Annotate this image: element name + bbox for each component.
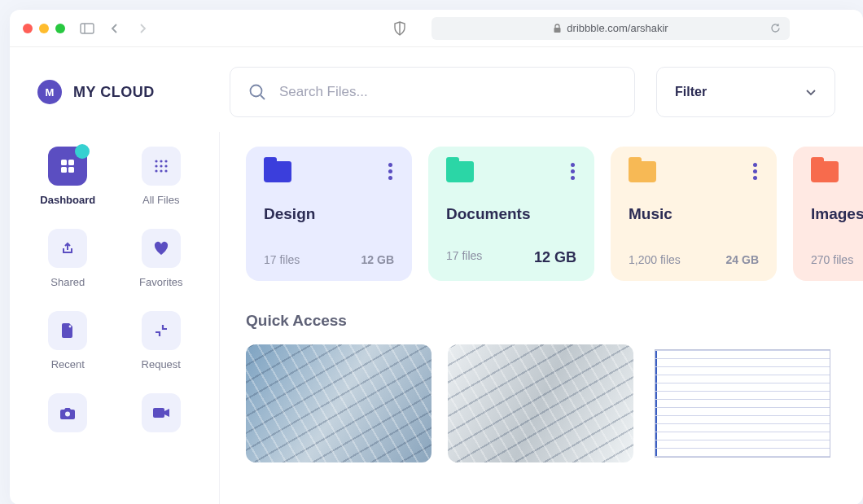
- sidebar-item-all-files[interactable]: All Files: [123, 147, 200, 206]
- sidebar-item-label: Recent: [51, 358, 85, 370]
- svg-point-20: [69, 326, 72, 328]
- svg-rect-22: [153, 408, 164, 418]
- folder-icon: [264, 161, 291, 182]
- sidebar-item-shared[interactable]: Shared: [29, 229, 107, 288]
- svg-point-4: [251, 85, 262, 97]
- folder-more-button[interactable]: [751, 161, 759, 182]
- folder-card-images[interactable]: Images 270 files: [793, 147, 863, 281]
- svg-rect-8: [61, 167, 67, 173]
- sidebar-item-label: Request: [142, 358, 181, 370]
- quick-access-title: Quick Access: [246, 312, 863, 330]
- chrome-toolbar: [80, 21, 150, 36]
- svg-point-16: [155, 169, 157, 172]
- svg-point-21: [65, 411, 70, 416]
- sidebar-toggle-icon[interactable]: [80, 21, 94, 36]
- svg-point-10: [155, 160, 157, 162]
- folder-size: 24 GB: [726, 253, 759, 266]
- back-button[interactable]: [107, 21, 122, 36]
- folder-name: Design: [264, 205, 394, 223]
- logo[interactable]: M MY CLOUD: [37, 80, 208, 104]
- sidebar-item-video[interactable]: [123, 393, 200, 432]
- url-text: dribbble.com/arshakir: [567, 22, 668, 34]
- quick-access-card[interactable]: [246, 344, 432, 462]
- svg-rect-0: [81, 24, 94, 33]
- dashboard-icon: [48, 147, 87, 186]
- quick-access-row: [246, 344, 863, 462]
- forward-button[interactable]: [135, 21, 150, 36]
- body: DashboardAll FilesSharedFavoritesRecentR…: [10, 132, 863, 504]
- search-box[interactable]: [230, 67, 635, 117]
- folder-more-button[interactable]: [569, 161, 576, 182]
- refresh-button[interactable]: [769, 22, 790, 34]
- search-input[interactable]: [279, 84, 616, 100]
- sidebar-item-dashboard[interactable]: Dashboard: [29, 147, 107, 206]
- video-icon: [142, 393, 181, 432]
- svg-rect-7: [68, 160, 74, 165]
- svg-point-11: [160, 160, 162, 162]
- folder-card-documents[interactable]: Documents 17 files 12 GB: [428, 147, 594, 281]
- folder-name: Music: [629, 205, 759, 223]
- folders-row: Design 17 files 12 GB Documents 17 files…: [246, 147, 863, 281]
- privacy-shield-icon[interactable]: [392, 21, 407, 36]
- folder-files-count: 1,200 files: [629, 253, 681, 266]
- sidebar-item-camera[interactable]: [29, 393, 107, 432]
- svg-point-12: [164, 160, 167, 162]
- top-bar: M MY CLOUD Filter: [10, 47, 863, 132]
- svg-point-13: [155, 164, 157, 167]
- folder-name: Images: [811, 205, 863, 223]
- sidebar-item-label: All Files: [142, 194, 180, 206]
- sidebar: DashboardAll FilesSharedFavoritesRecentR…: [10, 132, 220, 504]
- sidebar-item-label: Dashboard: [40, 194, 95, 206]
- quick-access-card[interactable]: [650, 344, 835, 462]
- folder-icon: [629, 161, 656, 182]
- folder-files-count: 17 files: [446, 249, 482, 266]
- heart-icon: [142, 229, 181, 268]
- main-content: Design 17 files 12 GB Documents 17 files…: [220, 132, 863, 504]
- file-icon: [48, 311, 87, 350]
- folder-more-button[interactable]: [387, 161, 394, 182]
- folder-size: 12 GB: [534, 249, 576, 266]
- folder-files-count: 270 files: [811, 253, 853, 266]
- close-window-button[interactable]: [23, 24, 33, 33]
- browser-chrome: dribbble.com/arshakir: [10, 10, 863, 47]
- logo-badge: M: [37, 80, 62, 104]
- svg-point-17: [160, 169, 162, 172]
- minimize-window-button[interactable]: [39, 24, 49, 33]
- sidebar-item-request[interactable]: Request: [123, 311, 200, 370]
- camera-icon: [48, 393, 87, 432]
- svg-rect-9: [68, 167, 74, 173]
- folder-name: Documents: [446, 205, 576, 223]
- svg-point-15: [164, 164, 167, 167]
- folder-icon: [446, 161, 474, 182]
- folder-card-design[interactable]: Design 17 files 12 GB: [246, 147, 412, 281]
- sidebar-item-label: Favorites: [139, 276, 182, 288]
- folder-size: 12 GB: [361, 253, 394, 266]
- share-icon: [48, 229, 87, 268]
- svg-rect-6: [61, 160, 67, 165]
- quick-access-card[interactable]: [448, 344, 633, 462]
- lock-icon: [553, 24, 562, 33]
- svg-rect-3: [554, 28, 561, 33]
- folder-icon: [811, 161, 839, 182]
- traffic-lights: [23, 24, 65, 33]
- folder-files-count: 17 files: [264, 253, 300, 266]
- grid-icon: [142, 147, 181, 186]
- sidebar-item-recent[interactable]: Recent: [29, 311, 107, 370]
- address-bar[interactable]: dribbble.com/arshakir: [432, 17, 790, 40]
- filter-dropdown[interactable]: Filter: [656, 67, 835, 117]
- folder-card-music[interactable]: Music 1,200 files 24 GB: [611, 147, 777, 281]
- app-title: MY CLOUD: [73, 84, 155, 101]
- maximize-window-button[interactable]: [55, 24, 65, 33]
- chevron-down-icon: [805, 89, 817, 96]
- collapse-icon: [142, 311, 181, 350]
- svg-point-18: [164, 169, 167, 172]
- svg-line-5: [261, 95, 265, 99]
- search-icon: [248, 83, 266, 101]
- app-window: dribbble.com/arshakir M MY CLOUD Filter …: [10, 10, 863, 504]
- filter-label: Filter: [675, 85, 707, 99]
- svg-point-14: [160, 164, 162, 167]
- sidebar-item-favorites[interactable]: Favorites: [123, 229, 200, 288]
- sidebar-item-label: Shared: [50, 276, 85, 288]
